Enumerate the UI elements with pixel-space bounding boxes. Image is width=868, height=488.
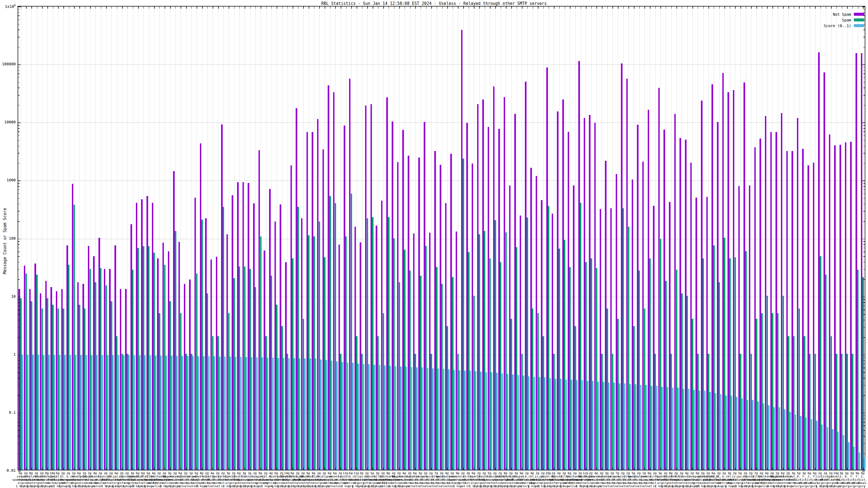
notspam-bar xyxy=(365,105,367,470)
y-tick-right xyxy=(863,30,865,30)
score-bar xyxy=(597,382,599,470)
score-bar xyxy=(144,355,146,470)
score-bar xyxy=(763,403,764,470)
notspam-bar xyxy=(669,202,671,470)
spam-bar xyxy=(564,240,565,470)
x-tick-top xyxy=(858,6,859,9)
notspam-bar xyxy=(775,132,777,470)
y-tick-left xyxy=(18,123,21,123)
score-bar xyxy=(464,370,466,470)
x-tick-bottom xyxy=(48,468,48,470)
score-bar xyxy=(310,358,311,470)
x-tick-bottom xyxy=(234,468,235,470)
notspam-bar xyxy=(450,154,452,470)
x-tick-bottom xyxy=(623,468,624,470)
score-bar xyxy=(501,373,503,470)
x-tick-top xyxy=(53,6,54,9)
score-bar xyxy=(219,357,220,470)
x-tick-bottom xyxy=(287,468,288,470)
x-tick-bottom xyxy=(660,468,661,470)
x-tick-bottom xyxy=(112,468,112,470)
x-tick-bottom xyxy=(826,468,827,470)
notspam-bar xyxy=(168,251,169,470)
spam-bar xyxy=(457,354,459,470)
score-bar xyxy=(747,400,748,470)
score-bar xyxy=(715,393,716,470)
score-bar xyxy=(384,365,386,470)
y-tick-right xyxy=(862,239,865,239)
y-tick-right xyxy=(863,436,865,436)
y-tick-right xyxy=(863,128,865,129)
x-tick-top xyxy=(501,6,501,9)
x-tick-bottom xyxy=(405,468,405,470)
score-bar xyxy=(379,365,380,470)
x-tick-bottom xyxy=(330,468,331,470)
score-bar xyxy=(507,374,508,470)
x-tick-bottom xyxy=(127,468,128,470)
y-tick-right xyxy=(863,125,865,126)
score-bar xyxy=(528,376,530,470)
spam-bar xyxy=(767,296,768,470)
notspam-bar xyxy=(594,123,596,470)
y-tick-left xyxy=(18,65,21,65)
x-tick-bottom xyxy=(250,468,251,470)
x-tick-top xyxy=(703,6,704,9)
y-tick-left xyxy=(18,299,20,300)
x-tick-bottom xyxy=(42,468,42,470)
notspam-bar xyxy=(621,63,622,470)
spam-bar xyxy=(750,354,752,470)
y-tick-left xyxy=(18,471,21,471)
score-bar xyxy=(475,371,476,470)
x-tick-label: 9@ 2. list. dnswl. org 1 hop xyxy=(827,472,868,488)
notspam-bar xyxy=(77,282,79,470)
notspam-bar xyxy=(328,86,329,470)
score-bar xyxy=(725,395,727,470)
spam-bar xyxy=(463,159,464,470)
y-tick-left xyxy=(18,256,20,257)
x-tick-top xyxy=(762,6,763,9)
x-tick-bottom xyxy=(37,468,37,470)
y-tick-left xyxy=(18,30,20,30)
x-tick-top xyxy=(303,6,304,9)
x-tick-bottom xyxy=(218,468,219,470)
y-tick-left xyxy=(18,20,20,20)
notspam-bar xyxy=(184,284,186,470)
score-bar xyxy=(550,378,551,470)
notspam-bar xyxy=(408,156,409,470)
x-tick-bottom xyxy=(80,468,80,470)
x-tick-bottom xyxy=(170,468,170,470)
score-bar xyxy=(235,357,237,470)
score-bar xyxy=(454,370,455,470)
spam-bar xyxy=(36,274,38,470)
x-tick-top xyxy=(847,6,848,9)
x-tick-bottom xyxy=(650,468,650,470)
x-tick-top xyxy=(74,6,74,9)
spam-bar xyxy=(249,269,251,470)
spam-bar xyxy=(516,247,518,470)
x-tick-bottom xyxy=(309,468,309,470)
score-bar xyxy=(565,380,567,470)
score-bar xyxy=(773,407,775,470)
score-bar xyxy=(683,389,684,470)
notspam-bar xyxy=(98,238,100,470)
spam-bar xyxy=(409,270,411,470)
x-tick-top xyxy=(581,6,581,9)
score-bar xyxy=(43,355,44,470)
x-tick-top xyxy=(741,6,741,9)
y-tick-left xyxy=(18,241,20,242)
y-tick-left xyxy=(18,355,21,355)
spam-bar xyxy=(26,273,27,470)
notspam-bar xyxy=(786,151,788,470)
score-bar xyxy=(27,355,29,470)
x-tick-bottom xyxy=(682,468,682,470)
notspam-bar xyxy=(477,104,479,470)
y-tick-right xyxy=(863,306,865,306)
y-tick-left xyxy=(18,37,20,37)
spam-bar xyxy=(735,257,736,470)
notspam-bar xyxy=(738,186,740,470)
score-bar xyxy=(22,355,23,470)
x-tick-top xyxy=(709,6,709,9)
notspam-bar xyxy=(40,293,41,470)
notspam-bar xyxy=(472,163,473,470)
y-tick-right xyxy=(863,186,865,187)
